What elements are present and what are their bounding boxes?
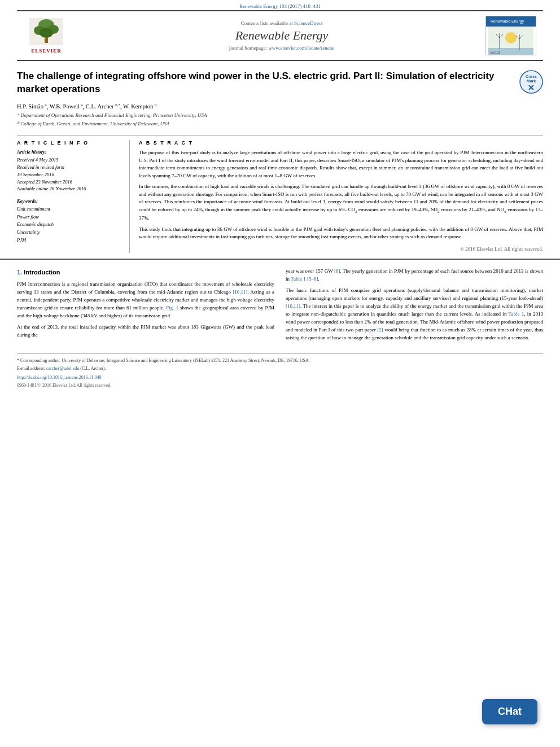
keywords-label: Keywords: xyxy=(17,198,124,204)
sciencedirect-link[interactable]: ScienceDirect xyxy=(294,20,322,26)
homepage-line: journal homepage: www.elsevier.com/locat… xyxy=(78,45,485,51)
journal-title: Renewable Energy xyxy=(78,28,485,43)
journal-center: Contents lists available at ScienceDirec… xyxy=(78,20,485,51)
keyword-1: Unit commitment xyxy=(17,206,124,213)
body-two-col: 1. Introduction PJM Interconnection is a… xyxy=(17,268,543,345)
body-col-right: year was over 157 GW [8]. The yearly gen… xyxy=(286,268,543,345)
homepage-link[interactable]: www.elsevier.com/locate/renene xyxy=(268,45,334,51)
authors-line: H.P. Simão a, W.B. Powell a, C.L. Archer… xyxy=(17,103,543,110)
doi-line[interactable]: http://dx.doi.org/10.1016/j.renene.2016.… xyxy=(17,374,543,381)
available-date: Available online 26 November 2016 xyxy=(17,185,124,193)
elsevier-logo: ELSEVIER xyxy=(24,18,69,54)
ref-10-11b-link[interactable]: [10,11] xyxy=(286,303,300,309)
journal-right-logo: Renewable Energy Vol 103 xyxy=(485,16,536,55)
elsevier-tree-icon xyxy=(29,18,63,46)
rje-header: Renewable Energy xyxy=(486,16,536,27)
ref-5-8-link[interactable]: [5–8] xyxy=(307,276,318,282)
ref-8-link[interactable]: [8] xyxy=(334,268,340,274)
footnote-email: E-mail address: carcher@udel.edu (C.L. A… xyxy=(17,365,543,372)
history-content: Received 4 May 2015 Received in revised … xyxy=(17,156,124,193)
info-abstract-section: A R T I C L E I N F O Article history: R… xyxy=(17,135,543,253)
abstract-para1: The purpose of this two-part study is to… xyxy=(139,149,543,180)
abstract-col: A B S T R A C T The purpose of this two-… xyxy=(139,140,543,253)
abstract-para2: In the summer, the combination of high l… xyxy=(139,183,543,222)
table1-link[interactable]: Table 1 xyxy=(291,276,306,282)
keyword-5: PJM xyxy=(17,237,124,244)
sciencedirect-line: Contents lists available at ScienceDirec… xyxy=(78,20,485,26)
elsevier-text: ELSEVIER xyxy=(31,48,62,54)
keywords-section: Keywords: Unit commitment Power flow Eco… xyxy=(17,198,124,244)
crossmark-badge[interactable]: Cross Mark xyxy=(519,70,543,94)
keyword-3: Economic dispatch xyxy=(17,221,124,229)
footnote-area: * Corresponding author. University of De… xyxy=(17,353,543,389)
chat-button[interactable]: CHat xyxy=(482,699,537,724)
received-revised-date: 19 September 2016 xyxy=(17,171,124,178)
abstract-text: The purpose of this two-part study is to… xyxy=(139,149,543,253)
affiliations: ᵃ Department of Operations Research and … xyxy=(17,112,543,128)
body-col-left: 1. Introduction PJM Interconnection is a… xyxy=(17,268,274,345)
intro-col1-para1: PJM Interconnection is a regional transm… xyxy=(17,281,274,320)
svg-text:Mark: Mark xyxy=(527,79,536,83)
body-section: 1. Introduction PJM Interconnection is a… xyxy=(0,259,560,345)
journal-citation-text: Renewable Energy 103 (2017) 418–431 xyxy=(239,3,321,9)
article-title-section: The challenge of integrating offshore wi… xyxy=(0,61,560,101)
page: Renewable Energy 103 (2017) 418–431 ELSE… xyxy=(0,0,560,747)
intro-col2-para1: year was over 157 GW [8]. The yearly gen… xyxy=(286,268,543,283)
keyword-4: Uncertainty xyxy=(17,229,124,237)
article-info-label: A R T I C L E I N F O xyxy=(17,140,124,146)
doi-link[interactable]: http://dx.doi.org/10.1016/j.renene.2016.… xyxy=(17,375,102,380)
intro-section-title: Introduction xyxy=(24,269,60,276)
intro-col1-para2: At the end of 2013, the total installed … xyxy=(17,324,274,339)
fig1-link[interactable]: Fig. 1 xyxy=(166,305,178,311)
intro-section-num: 1. xyxy=(17,269,22,276)
issn-line: 0960-1481/© 2016 Elsevier Ltd. All right… xyxy=(17,382,543,389)
footnote-corresponding: * Corresponding author. University of De… xyxy=(17,357,543,364)
svg-text:Renewable Energy: Renewable Energy xyxy=(491,19,524,24)
email-label: E-mail address: xyxy=(17,366,46,371)
keyword-2: Power flow xyxy=(17,213,124,221)
journal-header: ELSEVIER Contents lists available at Sci… xyxy=(17,10,543,61)
article-title: The challenge of integrating offshore wi… xyxy=(17,70,508,96)
ref-2-link[interactable]: [2] xyxy=(377,327,383,333)
svg-point-4 xyxy=(40,28,53,38)
intro-col2-para2: The basic functions of PJM comprise grid… xyxy=(286,287,543,342)
svg-text:Vol 103: Vol 103 xyxy=(491,51,500,54)
accepted-date: Accepted 23 November 2016 xyxy=(17,178,124,186)
journal-citation: Renewable Energy 103 (2017) 418–431 xyxy=(0,0,560,10)
history-label: Article history: xyxy=(17,149,124,155)
email-suffix: (C.L. Archer). xyxy=(79,366,106,371)
article-title-container: The challenge of integrating offshore wi… xyxy=(17,70,508,96)
abstract-label: A B S T R A C T xyxy=(139,140,543,146)
homepage-prefix: journal homepage: xyxy=(229,45,268,51)
author-archer: C.L. Archer b,* xyxy=(86,103,120,110)
svg-rect-5 xyxy=(45,37,48,43)
author-simao: H.P. Simão a xyxy=(17,103,47,110)
rje-journal-cover: Vol 103 xyxy=(486,27,536,55)
received-date: Received 4 May 2015 xyxy=(17,156,124,164)
ref-10-11-link[interactable]: [10,11] xyxy=(233,289,247,295)
intro-heading: 1. Introduction xyxy=(17,268,274,277)
authors-section: H.P. Simão a, W.B. Powell a, C.L. Archer… xyxy=(0,101,560,131)
author-powell: W.B. Powell a xyxy=(50,103,83,110)
email-link[interactable]: carcher@udel.edu xyxy=(46,366,79,371)
svg-text:Cross: Cross xyxy=(526,75,537,78)
abstract-para3: This study finds that integrating up to … xyxy=(139,226,543,241)
affiliation-b: ᵇ College of Earth, Ocean, and Environme… xyxy=(17,120,543,128)
keywords-list: Unit commitment Power flow Economic disp… xyxy=(17,206,124,244)
sciencedirect-prefix: Contents lists available at xyxy=(241,20,294,26)
svg-point-9 xyxy=(505,32,517,43)
article-info-col: A R T I C L E I N F O Article history: R… xyxy=(17,140,130,253)
copyright-line: © 2016 Elsevier Ltd. All rights reserved… xyxy=(139,246,543,254)
received-revised-label: Received in revised form xyxy=(17,164,124,171)
table1b-link[interactable]: Table 1 xyxy=(509,311,524,317)
author-kempton: W. Kempton b xyxy=(123,103,156,110)
affiliation-a: ᵃ Department of Operations Research and … xyxy=(17,112,543,120)
